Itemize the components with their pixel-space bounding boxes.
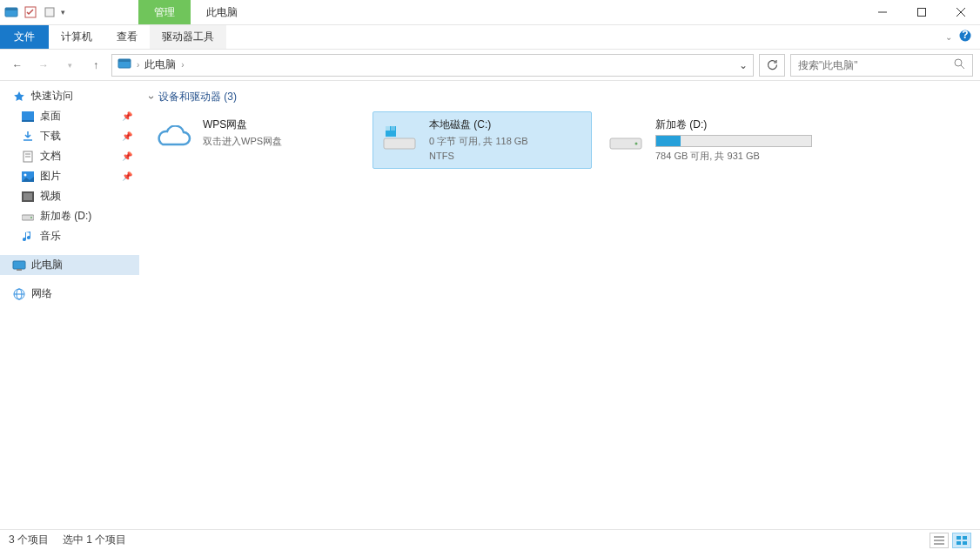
svg-rect-41 bbox=[957, 541, 961, 545]
status-selection: 选中 1 个项目 bbox=[63, 533, 126, 547]
sidebar-item-documents[interactable]: 文档 📌 bbox=[0, 146, 139, 166]
sidebar-item-label: 文档 bbox=[40, 149, 61, 164]
document-icon bbox=[21, 150, 35, 164]
app-icon bbox=[3, 4, 19, 20]
item-name: 本地磁盘 (C:) bbox=[429, 117, 586, 132]
item-name: 新加卷 (D:) bbox=[655, 117, 812, 132]
music-icon bbox=[21, 230, 35, 244]
help-icon[interactable]: ? bbox=[959, 30, 971, 44]
breadcrumb-sep-icon[interactable]: › bbox=[137, 60, 139, 70]
nav-up-button[interactable]: ↑ bbox=[85, 55, 106, 76]
os-drive-icon bbox=[379, 117, 420, 159]
pin-icon: 📌 bbox=[122, 131, 132, 141]
sidebar-this-pc[interactable]: 此电脑 bbox=[0, 255, 139, 275]
svg-point-24 bbox=[30, 217, 32, 218]
item-subtext: 784 GB 可用, 共 931 GB bbox=[655, 150, 812, 163]
breadcrumb-sep-icon[interactable]: › bbox=[181, 60, 184, 70]
svg-rect-40 bbox=[963, 536, 967, 540]
search-icon[interactable] bbox=[954, 58, 965, 72]
item-name: WPS网盘 bbox=[203, 117, 359, 132]
address-dropdown-icon[interactable]: ⌄ bbox=[739, 59, 748, 71]
sidebar-item-downloads[interactable]: 下载 📌 bbox=[0, 126, 139, 146]
item-drive-c[interactable]: 本地磁盘 (C:) 0 字节 可用, 共 118 GB NTFS bbox=[373, 111, 592, 169]
titlebar: ▾ 管理 此电脑 bbox=[0, 0, 980, 25]
video-icon bbox=[21, 190, 35, 204]
qat-dropdown-icon[interactable] bbox=[42, 4, 57, 20]
item-drive-d[interactable]: 新加卷 (D:) 784 GB 可用, 共 931 GB bbox=[599, 111, 818, 169]
maximize-button[interactable] bbox=[902, 0, 941, 24]
sidebar-item-label: 桌面 bbox=[40, 109, 61, 124]
address-icon bbox=[117, 57, 131, 72]
sidebar-item-drive-d[interactable]: 新加卷 (D:) bbox=[0, 206, 139, 226]
desktop-icon bbox=[21, 110, 35, 124]
svg-point-12 bbox=[955, 59, 962, 66]
sidebar-item-pictures[interactable]: 图片 📌 bbox=[0, 166, 139, 186]
drives-list: WPS网盘 双击进入WPS网盘 本地磁盘 (C:) 0 字节 可用, 共 118… bbox=[146, 111, 973, 169]
sidebar-item-desktop[interactable]: 桌面 📌 bbox=[0, 106, 139, 126]
svg-rect-32 bbox=[386, 126, 390, 131]
svg-rect-39 bbox=[957, 536, 961, 540]
ribbon-tabs: 文件 计算机 查看 驱动器工具 ⌄ ? bbox=[0, 25, 980, 50]
close-button[interactable] bbox=[941, 0, 980, 24]
sidebar-item-music[interactable]: 音乐 bbox=[0, 226, 139, 246]
svg-point-35 bbox=[635, 143, 638, 145]
sidebar-network[interactable]: 网络 bbox=[0, 284, 139, 304]
svg-rect-33 bbox=[391, 126, 395, 131]
nav-back-button[interactable]: ← bbox=[7, 55, 28, 76]
tab-file[interactable]: 文件 bbox=[0, 25, 49, 49]
view-details-button[interactable] bbox=[930, 533, 949, 548]
tab-computer[interactable]: 计算机 bbox=[49, 25, 104, 49]
address-bar[interactable]: › 此电脑 › ⌄ bbox=[111, 54, 754, 77]
view-large-icons-button[interactable] bbox=[952, 533, 971, 548]
sidebar-item-label: 图片 bbox=[40, 169, 61, 184]
window-controls bbox=[863, 0, 980, 24]
download-icon bbox=[21, 130, 35, 144]
breadcrumb-this-pc[interactable]: 此电脑 bbox=[144, 57, 176, 72]
item-subtext: 双击进入WPS网盘 bbox=[203, 135, 359, 148]
content-area: › 设备和驱动器 (3) WPS网盘 双击进入WPS网盘 本地磁盘 bbox=[139, 81, 980, 529]
qat-properties-icon[interactable] bbox=[23, 4, 38, 20]
sidebar-item-videos[interactable]: 视频 bbox=[0, 186, 139, 206]
search-input[interactable] bbox=[798, 59, 954, 71]
svg-point-20 bbox=[24, 173, 27, 176]
item-wps-cloud[interactable]: WPS网盘 双击进入WPS网盘 bbox=[146, 111, 366, 169]
svg-rect-15 bbox=[22, 120, 34, 122]
section-header-devices[interactable]: › 设备和驱动器 (3) bbox=[146, 90, 973, 111]
svg-line-13 bbox=[961, 65, 964, 69]
svg-rect-5 bbox=[917, 9, 925, 17]
capacity-bar bbox=[655, 135, 812, 147]
sidebar-item-label: 视频 bbox=[40, 189, 61, 204]
pin-icon: 📌 bbox=[122, 151, 132, 161]
sidebar-item-label: 音乐 bbox=[40, 229, 61, 244]
quick-access-toolbar: ▾ bbox=[0, 0, 69, 24]
minimize-button[interactable] bbox=[863, 0, 902, 24]
search-box[interactable] bbox=[790, 54, 973, 77]
sidebar-quick-access[interactable]: 快速访问 bbox=[0, 86, 139, 106]
svg-rect-30 bbox=[384, 138, 415, 149]
pin-icon: 📌 bbox=[122, 111, 132, 121]
svg-rect-42 bbox=[963, 541, 967, 545]
drive-icon bbox=[605, 117, 647, 159]
svg-rect-1 bbox=[5, 8, 17, 10]
svg-rect-14 bbox=[22, 111, 34, 120]
qat-chevron-icon[interactable]: ▾ bbox=[61, 8, 65, 17]
item-filesystem: NTFS bbox=[429, 151, 586, 161]
tab-drive-tools[interactable]: 驱动器工具 bbox=[150, 25, 226, 49]
tab-view[interactable]: 查看 bbox=[104, 25, 150, 49]
contextual-tab-header: 管理 bbox=[138, 0, 191, 24]
ribbon-expand-icon[interactable]: ⌄ bbox=[945, 32, 952, 42]
status-bar: 3 个项目 选中 1 个项目 bbox=[0, 529, 980, 550]
svg-rect-3 bbox=[45, 8, 54, 17]
svg-text:?: ? bbox=[962, 30, 968, 41]
sidebar-item-label: 此电脑 bbox=[31, 258, 63, 272]
pin-icon: 📌 bbox=[122, 171, 132, 181]
nav-recent-dropdown[interactable]: ▾ bbox=[59, 55, 80, 76]
section-title: 设备和驱动器 (3) bbox=[158, 90, 237, 104]
sidebar-item-label: 新加卷 (D:) bbox=[40, 209, 91, 224]
svg-rect-11 bbox=[118, 59, 131, 62]
nav-forward-button[interactable]: → bbox=[33, 55, 54, 76]
network-icon bbox=[12, 287, 26, 301]
item-subtext: 0 字节 可用, 共 118 GB bbox=[429, 135, 586, 148]
refresh-button[interactable] bbox=[759, 54, 785, 77]
sidebar-item-label: 快速访问 bbox=[31, 89, 73, 104]
